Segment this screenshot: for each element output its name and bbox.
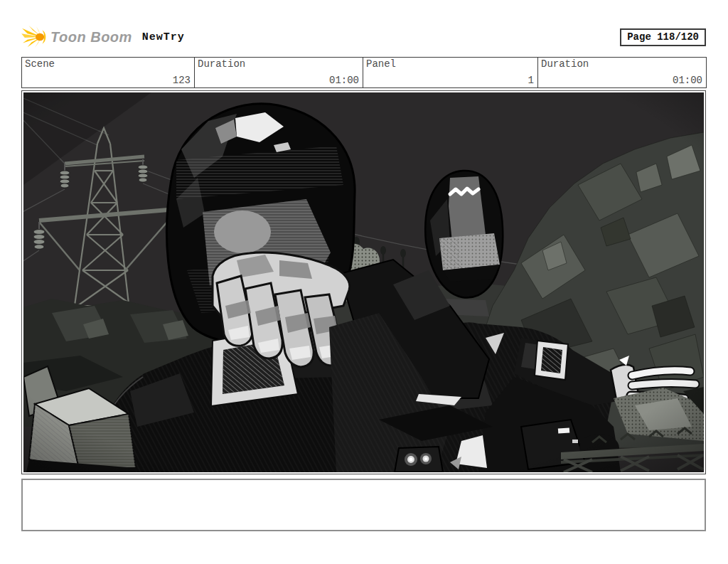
panel-label: Panel <box>366 58 535 70</box>
scene-duration-label: Duration <box>198 58 360 70</box>
scene-duration-value: 01:00 <box>329 75 359 86</box>
page-indicator: Page 118/120 <box>620 28 706 46</box>
panel-value: 1 <box>528 75 534 86</box>
panel-info-table: Scene 123 Duration 01:00 Panel 1 Duratio… <box>21 57 707 88</box>
caption-box <box>21 479 706 531</box>
scene-cell: Scene 123 <box>22 58 195 88</box>
panel-duration-label: Duration <box>541 58 703 70</box>
vignette <box>23 92 704 472</box>
storyboard-page: Toon Boom NewTry Page 118/120 Scene 123 … <box>0 0 728 564</box>
brand-text: Toon Boom <box>50 29 132 46</box>
panel-duration-cell: Duration 01:00 <box>538 58 707 88</box>
page-header: Toon Boom NewTry Page 118/120 <box>21 23 706 50</box>
scene-duration-cell: Duration 01:00 <box>195 58 363 88</box>
panel-duration-value: 01:00 <box>673 75 702 86</box>
storyboard-panel-image <box>23 92 704 472</box>
scene-value: 123 <box>173 75 191 86</box>
scene-label: Scene <box>25 58 191 70</box>
toonboom-burst-icon <box>21 25 48 49</box>
storyboard-panel-frame <box>21 90 706 474</box>
panel-cell: Panel 1 <box>363 58 538 88</box>
project-title: NewTry <box>142 31 185 43</box>
